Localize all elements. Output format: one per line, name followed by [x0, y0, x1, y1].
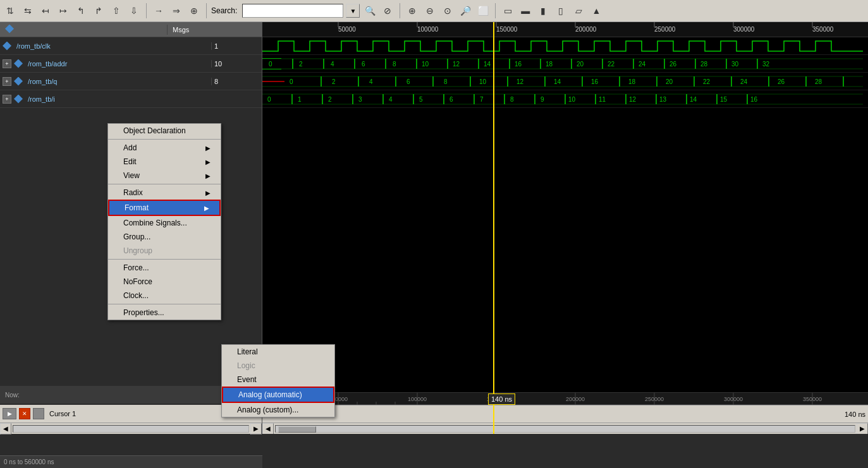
scroll-track-wave[interactable] [275, 425, 855, 433]
view-6[interactable]: ▲ [589, 3, 604, 18]
scroll-right-signals[interactable]: ▶ [250, 423, 262, 435]
svg-rect-134 [444, 94, 474, 104]
svg-rect-108 [769, 76, 805, 87]
signal-row-q[interactable]: + /rom_tb/q 8 [0, 73, 262, 90]
timeline: 50000 100000 150000 200000 250000 300000… [262, 22, 868, 37]
ctx-combine-signals[interactable]: Combine Signals... [108, 216, 221, 230]
ctx-radix[interactable]: Radix ▶ [108, 186, 221, 200]
signal-row-addr[interactable]: + /rom_tb/addr 10 [0, 55, 262, 73]
wave-i: 0 1 2 3 4 5 [262, 90, 868, 108]
wave-timeline-bar: 50000 100000 150000 200000 250000 300000… [262, 392, 868, 405]
toolbar-icon-5[interactable]: ↰ [73, 3, 89, 18]
svg-text:100000: 100000 [417, 26, 439, 33]
wave-panel[interactable]: 50000 100000 150000 200000 250000 300000… [262, 22, 868, 434]
svg-text:50000: 50000 [338, 26, 356, 33]
ctx-add[interactable]: Add ▶ [108, 141, 221, 155]
svg-rect-87 [508, 76, 544, 87]
svg-rect-81 [434, 76, 470, 87]
status-icon-3[interactable] [33, 408, 44, 419]
signal-name-q: /rom_tb/q [25, 78, 211, 85]
svg-text:9: 9 [541, 96, 544, 103]
view-3[interactable]: ▮ [535, 3, 551, 18]
zoom-in[interactable]: ⊕ [405, 3, 420, 18]
svg-text:16: 16 [591, 78, 599, 85]
toolbar-icon-10[interactable]: ⇒ [169, 3, 184, 18]
svg-text:8: 8 [510, 96, 514, 103]
search-input[interactable] [242, 4, 343, 18]
ctx-noforce[interactable]: NoForce [108, 275, 221, 289]
svg-text:20: 20 [666, 78, 673, 85]
svg-text:11: 11 [599, 96, 606, 103]
zoom-fit[interactable]: ⊙ [440, 3, 455, 18]
signal-value-clk: 1 [211, 42, 262, 50]
ctx-object-declaration[interactable]: Object Declaration [108, 124, 221, 138]
fmt-logic[interactable]: Logic [222, 359, 334, 373]
svg-text:28: 28 [815, 78, 822, 85]
svg-text:22: 22 [608, 61, 615, 68]
svg-rect-84 [471, 76, 507, 87]
svg-text:24: 24 [740, 78, 748, 85]
toolbar-icon-2[interactable]: ⇆ [20, 3, 35, 18]
search-dropdown[interactable]: ▼ [346, 4, 360, 18]
toolbar-icon-13[interactable]: ⊘ [380, 3, 395, 18]
svg-text:200000: 200000 [575, 26, 597, 33]
svg-text:4: 4 [331, 61, 334, 68]
ctx-format[interactable]: Format ▶ [108, 200, 221, 216]
expand-addr[interactable]: + [3, 59, 11, 68]
zoom-region[interactable]: 🔎 [458, 3, 473, 18]
svg-text:13: 13 [659, 96, 667, 103]
fmt-analog-auto[interactable]: Analog (automatic) [222, 387, 334, 403]
toolbar-icon-7[interactable]: ⇧ [109, 3, 124, 18]
expand-i[interactable]: + [3, 95, 11, 104]
status-icon-1[interactable]: ▶ [3, 408, 16, 419]
ctx-group[interactable]: Group... [108, 230, 221, 244]
svg-text:30: 30 [731, 61, 739, 68]
svg-text:0: 0 [269, 61, 272, 68]
svg-text:3: 3 [358, 96, 362, 103]
toolbar-icon-3[interactable]: ↤ [38, 3, 53, 18]
signal-row-i[interactable]: + /rom_tb/i [0, 90, 262, 108]
toolbar-icon-6[interactable]: ↱ [91, 3, 106, 18]
fmt-literal[interactable]: Literal [222, 345, 334, 359]
toolbar-icon-12[interactable]: 🔍 [362, 3, 377, 18]
fmt-analog-custom[interactable]: Analog (custom)... [222, 403, 334, 417]
toolbar-icon-1[interactable]: ⇅ [3, 3, 18, 18]
svg-rect-75 [359, 76, 395, 87]
svg-text:5: 5 [419, 96, 423, 103]
ctx-properties[interactable]: Properties... [108, 306, 221, 320]
svg-text:16: 16 [515, 61, 522, 68]
toolbar-icon-9[interactable]: → [151, 3, 166, 18]
ctx-edit[interactable]: Edit ▶ [108, 155, 221, 169]
ctx-ungroup[interactable]: Ungroup [108, 244, 221, 258]
svg-text:18: 18 [628, 78, 636, 85]
view-1[interactable]: ▭ [500, 3, 515, 18]
view-2[interactable]: ▬ [518, 3, 533, 18]
view-5[interactable]: ▱ [571, 3, 586, 18]
toolbar-icon-8[interactable]: ⇩ [126, 3, 142, 18]
zoom-full[interactable]: ⬜ [475, 3, 491, 18]
signal-row-clk[interactable]: /rom_tb/clk 1 [0, 37, 262, 55]
svg-text:10: 10 [568, 96, 576, 103]
expand-q[interactable]: + [3, 77, 11, 86]
svg-text:10: 10 [479, 78, 487, 85]
view-4[interactable]: ▯ [553, 3, 568, 18]
fmt-event[interactable]: Event [222, 373, 334, 387]
scroll-track-signals[interactable] [13, 425, 249, 433]
svg-text:8: 8 [393, 61, 396, 68]
svg-text:300000: 300000 [724, 396, 743, 402]
status-icon-2[interactable]: ✕ [19, 408, 30, 419]
h-scrollbar-signals: ◀ ▶ [0, 423, 262, 434]
toolbar-icon-11[interactable]: ⊕ [186, 3, 202, 18]
scroll-left-wave[interactable]: ◀ [262, 423, 274, 435]
ctx-view[interactable]: View ▶ [108, 169, 221, 183]
zoom-out[interactable]: ⊖ [422, 3, 437, 18]
toolbar-icon-4[interactable]: ↦ [56, 3, 71, 18]
ctx-sep-3 [108, 259, 221, 260]
svg-text:150000: 150000 [496, 26, 518, 33]
svg-rect-22 [324, 59, 354, 69]
ctx-clock[interactable]: Clock... [108, 289, 221, 303]
ctx-sep-2 [108, 184, 221, 184]
scroll-right-wave[interactable]: ▶ [857, 423, 868, 435]
scroll-left-signals[interactable]: ◀ [0, 423, 11, 435]
ctx-force[interactable]: Force... [108, 261, 221, 275]
